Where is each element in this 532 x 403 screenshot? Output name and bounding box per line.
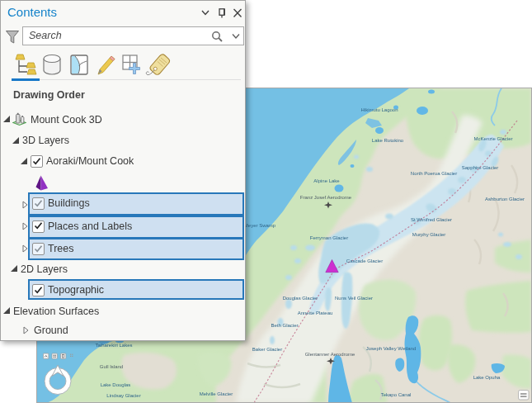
svg-text:Sapphire Glacier: Sapphire Glacier [462,165,499,170]
svg-text:Annette Plateau: Annette Plateau [298,311,333,315]
svg-text:Murphy Glacier: Murphy Glacier [412,232,446,237]
svg-text:Gull Island: Gull Island [100,364,123,369]
svg-text:Ferryman Glacier: Ferryman Glacier [310,235,348,240]
svg-text:Hikimutu Lagoon: Hikimutu Lagoon [360,107,398,112]
svg-text:Cascade Glacier: Cascade Glacier [346,258,383,263]
svg-text:Lake Rotokino: Lake Rotokino [372,138,404,143]
svg-text:North Poerua Glacier: North Poerua Glacier [411,171,457,176]
svg-text:St Winifred Glacier: St Winifred Glacier [411,217,452,222]
svg-text:Joseph Valley Wetland: Joseph Valley Wetland [366,346,416,351]
svg-text:Baker Glacier: Baker Glacier [252,347,282,352]
svg-text:Meyer Swamp: Meyer Swamp [244,223,276,228]
svg-text:McKenzie Glacier: McKenzie Glacier [473,136,512,141]
svg-text:Lake Douglas: Lake Douglas [101,382,131,387]
svg-text:Douglas Glacier: Douglas Glacier [283,296,318,301]
svg-text:Glentanner Aerodrome: Glentanner Aerodrome [305,352,355,357]
svg-text:Nuns Veil Glacier: Nuns Veil Glacier [335,296,373,301]
svg-text:Lake Opuha: Lake Opuha [473,375,501,380]
svg-text:Ashburton Glacier: Ashburton Glacier [485,197,525,202]
svg-text:Melville Glacier: Melville Glacier [200,391,233,396]
svg-text:Lindsay Glacier: Lindsay Glacier [106,393,140,398]
svg-text:Tekapo Canal: Tekapo Canal [381,392,412,397]
svg-text:Alpine Lake: Alpine Lake [313,178,340,183]
svg-text:Beth Glacier: Beth Glacier [271,323,298,328]
svg-text:Taiharekiri Lakes: Taiharekiri Lakes [95,343,132,348]
svg-text:Franz Josef Aerodrome: Franz Josef Aerodrome [300,195,352,200]
